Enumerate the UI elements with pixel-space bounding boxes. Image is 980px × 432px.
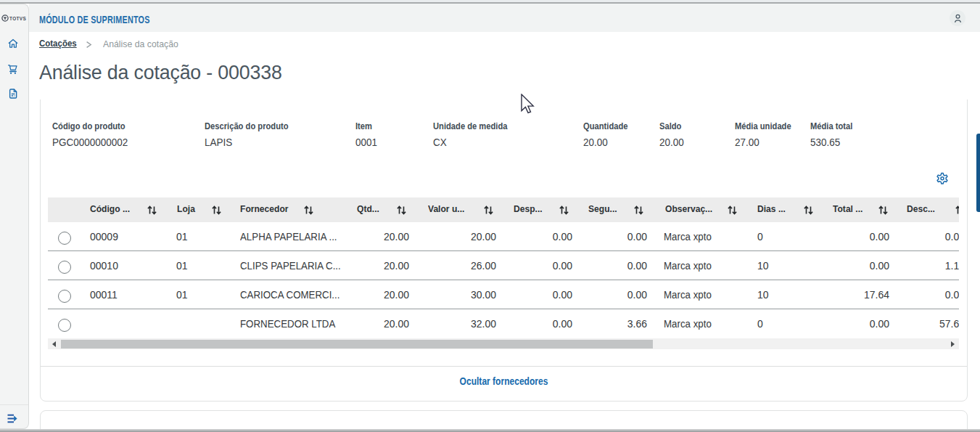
cell-segu: 0.00 — [627, 260, 647, 272]
table-header: Código ...LojaFornecedorQtd...Valor u...… — [48, 197, 959, 222]
chevron-right-icon — [86, 41, 92, 49]
hide-suppliers-link[interactable]: Ocultar fornecedores — [119, 375, 889, 387]
cell-segu: 0.00 — [627, 231, 647, 243]
sort-icon — [727, 205, 738, 216]
gear-icon — [936, 172, 949, 185]
cell-dias: 10 — [757, 289, 769, 301]
panel-footer-divider — [41, 366, 967, 367]
field-value: 20.00 — [659, 136, 684, 148]
scroll-right-arrow[interactable] — [947, 338, 959, 349]
cell-dias: 0 — [757, 318, 763, 330]
sort-icon — [303, 205, 314, 216]
suppliers-table: Código ...LojaFornecedorQtd...Valor u...… — [48, 197, 959, 338]
sort-button-qtd[interactable] — [396, 205, 407, 216]
sort-button-valor_u[interactable] — [483, 205, 494, 216]
cell-dias: 0 — [757, 231, 763, 243]
cell-qtd: 20.00 — [384, 231, 409, 243]
sort-button-observacao[interactable] — [727, 205, 738, 216]
sort-button-fornecedor[interactable] — [303, 205, 314, 216]
module-title: MÓDULO DE SUPRIMENTOS — [39, 13, 150, 25]
sort-button-loja[interactable] — [211, 205, 222, 216]
field-value: 0001 — [355, 136, 377, 148]
cell-codigo: 00011 — [90, 289, 118, 301]
row-radio[interactable] — [58, 290, 71, 303]
cell-desc: 57.60 — [939, 318, 959, 330]
cell-observacao: Marca xpto — [664, 231, 712, 243]
cell-desc: 0.00 — [945, 289, 959, 301]
scroll-left-arrow[interactable] — [48, 338, 60, 349]
sort-button-codigo[interactable] — [147, 205, 157, 216]
breadcrumb-separator — [86, 40, 92, 51]
sort-button-segu[interactable] — [633, 205, 644, 216]
cell-qtd: 20.00 — [384, 289, 409, 301]
cell-fornecedor: CLIPS PAPELARIA C... — [240, 260, 341, 272]
field-label: Média unidade — [735, 121, 791, 131]
table-settings-button[interactable] — [936, 172, 949, 185]
cell-observacao: Marca xpto — [664, 260, 712, 272]
field-label: Média total — [810, 121, 852, 131]
column-header-total: Total ... — [833, 203, 862, 214]
sort-button-dias[interactable] — [803, 205, 814, 216]
cell-fornecedor: ALPHA PAPELARIA ... — [240, 231, 337, 243]
field-label: Item — [355, 121, 372, 131]
cell-total: 0.00 — [870, 318, 889, 330]
sort-icon — [559, 205, 569, 216]
breadcrumb: Cotações Análise da cotação — [39, 38, 271, 51]
totvs-logo: TOTVS — [1, 13, 26, 23]
table-horizontal-scrollbar[interactable] — [48, 338, 959, 349]
horizontal-scrollbar-thumb[interactable] — [61, 340, 653, 349]
cell-qtd: 20.00 — [384, 260, 409, 272]
row-radio[interactable] — [58, 319, 71, 332]
cell-valor_u: 26.00 — [471, 260, 496, 272]
sidebar-item-purchases[interactable] — [7, 63, 19, 75]
sort-button-total[interactable] — [878, 205, 889, 216]
content-scroll-area: Código do produtoPGC0000000002Descrição … — [28, 99, 976, 429]
cell-total: 0.00 — [870, 260, 889, 272]
cell-fornecedor: CARIOCA COMERCI... — [240, 289, 339, 301]
field-value: CX — [433, 136, 447, 148]
column-header-segu: Segu... — [588, 203, 617, 214]
column-header-desp: Desp... — [514, 203, 543, 214]
expand-menu-button[interactable] — [7, 413, 18, 423]
cell-total: 17.64 — [864, 289, 889, 301]
sort-icon — [483, 205, 494, 216]
sidebar-item-home[interactable] — [7, 38, 19, 49]
page-title: Análise da cotação - 000338 — [39, 61, 282, 84]
table-row[interactable]: 0001101CARIOCA COMERCI...20.0030.000.000… — [48, 280, 959, 309]
cell-valor_u: 32.00 — [471, 318, 496, 330]
vertical-scrollbar-thumb[interactable] — [976, 134, 980, 212]
sidebar-item-documents[interactable] — [7, 88, 19, 99]
row-radio[interactable] — [58, 232, 71, 245]
cell-valor_u: 20.00 — [471, 231, 496, 243]
cell-segu: 0.00 — [627, 289, 647, 301]
sort-icon — [396, 205, 407, 216]
cell-codigo: 00009 — [90, 231, 118, 243]
column-header-qtd: Qtd... — [357, 203, 379, 214]
breadcrumb-cotacoes[interactable]: Cotações — [39, 38, 77, 49]
sort-icon — [147, 205, 157, 216]
field-label: Unidade de medida — [433, 121, 508, 131]
row-radio[interactable] — [58, 261, 71, 274]
screen: TOTVS — [0, 0, 980, 432]
avatar-button[interactable] — [950, 10, 965, 26]
cell-total: 0.00 — [870, 231, 889, 243]
cell-segu: 3.66 — [627, 318, 647, 330]
sidebar-divider — [0, 404, 28, 405]
home-icon — [7, 38, 19, 49]
table-row[interactable]: 0001001CLIPS PAPELARIA C...20.0026.000.0… — [48, 251, 959, 280]
column-header-observacao: Observaç... — [665, 203, 712, 214]
table-row[interactable]: FORNECEDOR LTDA20.0032.000.003.66Marca x… — [48, 309, 959, 338]
expand-menu-icon — [7, 414, 18, 423]
cell-desp: 0.00 — [553, 231, 572, 243]
sort-button-desp[interactable] — [559, 205, 569, 216]
table-row[interactable]: 0000901ALPHA PAPELARIA ...20.0020.000.00… — [48, 222, 959, 251]
field-value: PGC0000000002 — [52, 136, 128, 148]
column-header-dias: Dias ... — [757, 203, 786, 214]
sort-button-desc[interactable] — [955, 205, 959, 216]
column-header-loja: Loja — [177, 203, 195, 214]
sort-icon — [878, 205, 889, 216]
next-panel — [40, 410, 968, 429]
sidebar: TOTVS — [0, 4, 29, 429]
cell-loja: 01 — [176, 231, 188, 243]
cell-observacao: Marca xpto — [664, 289, 712, 301]
